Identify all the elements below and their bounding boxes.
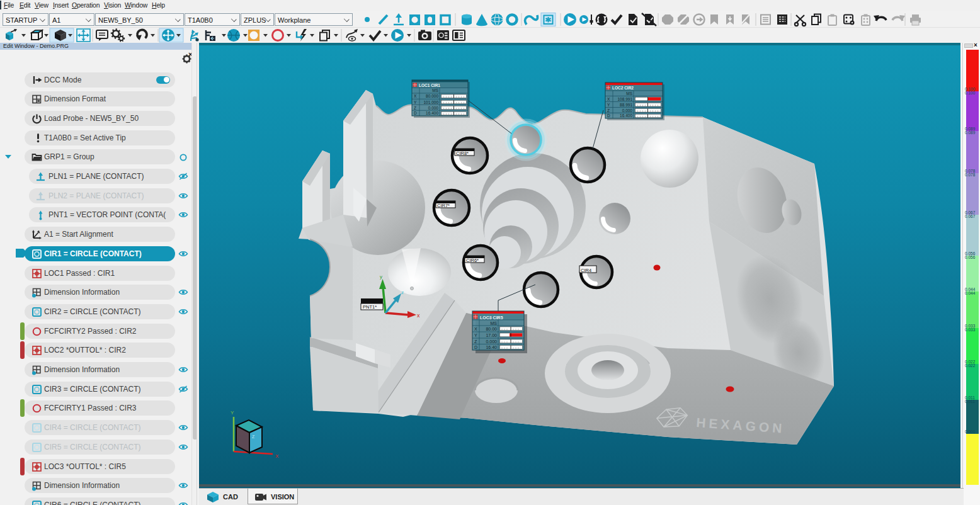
svg-text:16.400: 16.400	[426, 111, 438, 115]
svg-text:80.000: 80.000	[426, 94, 438, 98]
svg-text:CIR6*: CIR6*	[466, 258, 479, 263]
svg-text:D: D	[414, 111, 417, 115]
svg-text:CIR8*: CIR8*	[456, 150, 469, 156]
svg-text:MS: MS	[432, 88, 438, 93]
svg-text:MS: MS	[491, 321, 498, 326]
svg-text:101.000: 101.000	[424, 100, 439, 105]
svg-text:108.991: 108.991	[618, 97, 633, 101]
svg-text:16.400: 16.400	[620, 113, 632, 118]
svg-text:Z: Z	[414, 106, 416, 110]
svg-text:16.40: 16.40	[486, 345, 497, 349]
svg-text:Y: Y	[231, 410, 234, 416]
svg-text:80.00: 80.00	[486, 327, 497, 331]
svg-text:X: X	[474, 327, 477, 331]
svg-text:Y: Y	[414, 100, 417, 105]
svg-text:LOC1 CIR1: LOC1 CIR1	[419, 83, 440, 88]
svg-text:CIR7*: CIR7*	[437, 203, 450, 208]
svg-text:PNT1*: PNT1*	[363, 304, 377, 310]
svg-text:D: D	[607, 113, 610, 118]
svg-text:Z: Z	[474, 339, 477, 344]
svg-text:CIR4: CIR4	[581, 268, 591, 273]
svg-text:X: X	[275, 453, 279, 459]
svg-text:Z: Z	[252, 434, 255, 439]
svg-text:LOC2 CIR2: LOC2 CIR2	[612, 86, 634, 90]
svg-text:X: X	[607, 97, 610, 101]
svg-text:MS: MS	[626, 91, 632, 96]
svg-text:x: x	[417, 312, 420, 319]
svg-text:y: y	[380, 274, 382, 280]
svg-text:Z: Z	[607, 108, 610, 113]
svg-text:0.000: 0.000	[486, 339, 497, 344]
svg-text:0.000: 0.000	[622, 108, 633, 113]
svg-text:D: D	[474, 345, 477, 349]
svg-text:X: X	[414, 94, 417, 98]
svg-text:LOC3 CIR5: LOC3 CIR5	[480, 315, 503, 320]
svg-text:0.000: 0.000	[428, 106, 439, 110]
svg-text:88.991: 88.991	[620, 103, 632, 107]
svg-text:z: z	[401, 290, 404, 295]
svg-text:Y: Y	[474, 333, 477, 338]
svg-text:17.00: 17.00	[486, 333, 497, 338]
svg-text:Y: Y	[607, 103, 610, 107]
